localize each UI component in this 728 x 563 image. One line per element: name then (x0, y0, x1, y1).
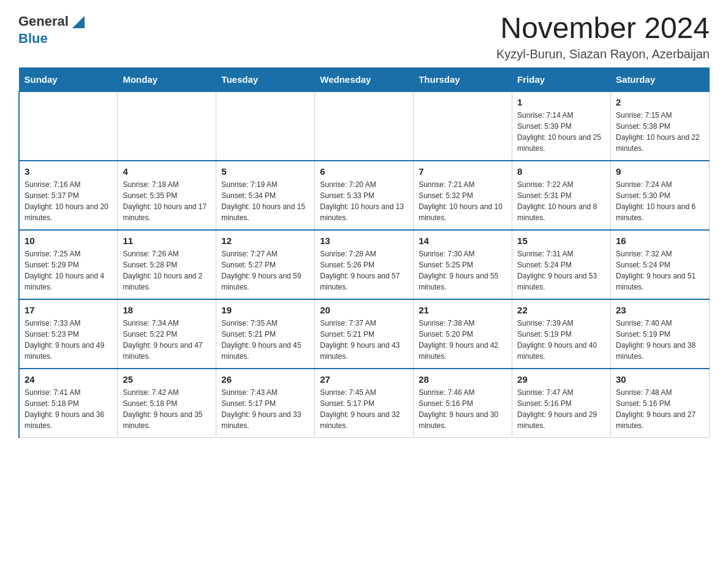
day-info: Sunrise: 7:14 AMSunset: 5:39 PMDaylight:… (517, 110, 605, 154)
day-cell (315, 91, 414, 161)
header-day-sunday: Sunday (19, 67, 118, 91)
day-number: 19 (221, 305, 309, 315)
day-info: Sunrise: 7:35 AMSunset: 5:21 PMDaylight:… (221, 318, 309, 362)
day-cell: 24Sunrise: 7:41 AMSunset: 5:18 PMDayligh… (19, 369, 118, 438)
day-number: 14 (419, 236, 507, 246)
day-cell: 30Sunrise: 7:48 AMSunset: 5:16 PMDayligh… (611, 369, 710, 438)
week-row-1: 1Sunrise: 7:14 AMSunset: 5:39 PMDaylight… (19, 91, 710, 161)
day-cell: 20Sunrise: 7:37 AMSunset: 5:21 PMDayligh… (315, 299, 414, 369)
day-info: Sunrise: 7:28 AMSunset: 5:26 PMDaylight:… (320, 248, 408, 293)
day-number: 23 (616, 305, 704, 315)
header-row: SundayMondayTuesdayWednesdayThursdayFrid… (19, 67, 710, 91)
day-number: 4 (123, 166, 211, 177)
day-info: Sunrise: 7:34 AMSunset: 5:22 PMDaylight:… (123, 318, 211, 362)
day-number: 3 (25, 166, 112, 177)
day-number: 24 (25, 374, 112, 385)
day-info: Sunrise: 7:26 AMSunset: 5:28 PMDaylight:… (123, 248, 211, 293)
day-cell (216, 91, 315, 161)
day-info: Sunrise: 7:19 AMSunset: 5:34 PMDaylight:… (221, 179, 309, 223)
day-info: Sunrise: 7:30 AMSunset: 5:25 PMDaylight:… (419, 248, 507, 293)
day-info: Sunrise: 7:38 AMSunset: 5:20 PMDaylight:… (419, 318, 507, 362)
day-info: Sunrise: 7:32 AMSunset: 5:24 PMDaylight:… (616, 248, 704, 293)
day-number: 10 (25, 236, 112, 246)
header-day-saturday: Saturday (611, 67, 710, 91)
day-number: 25 (123, 374, 211, 385)
day-number: 17 (25, 305, 112, 315)
week-row-2: 3Sunrise: 7:16 AMSunset: 5:37 PMDaylight… (19, 161, 710, 230)
day-number: 7 (419, 166, 507, 177)
day-info: Sunrise: 7:22 AMSunset: 5:31 PMDaylight:… (517, 179, 605, 223)
day-info: Sunrise: 7:42 AMSunset: 5:18 PMDaylight:… (123, 387, 211, 431)
day-info: Sunrise: 7:27 AMSunset: 5:27 PMDaylight:… (221, 248, 309, 293)
title-block: November 2024 Kyzyl-Burun, Siazan Rayon,… (496, 12, 710, 61)
day-cell: 21Sunrise: 7:38 AMSunset: 5:20 PMDayligh… (414, 299, 512, 369)
day-number: 15 (517, 236, 605, 246)
day-number: 29 (517, 374, 605, 385)
day-info: Sunrise: 7:47 AMSunset: 5:16 PMDaylight:… (517, 387, 605, 431)
day-number: 6 (320, 166, 408, 177)
logo-blue-text: Blue (18, 31, 48, 47)
header-day-monday: Monday (118, 67, 216, 91)
day-number: 30 (616, 374, 704, 385)
header-day-tuesday: Tuesday (216, 67, 315, 91)
day-info: Sunrise: 7:24 AMSunset: 5:30 PMDaylight:… (616, 179, 704, 223)
day-info: Sunrise: 7:43 AMSunset: 5:17 PMDaylight:… (221, 387, 309, 431)
logo-triangle-icon (70, 13, 87, 31)
day-info: Sunrise: 7:45 AMSunset: 5:17 PMDaylight:… (320, 387, 408, 431)
day-cell (414, 91, 512, 161)
calendar-header: SundayMondayTuesdayWednesdayThursdayFrid… (19, 67, 710, 91)
week-row-3: 10Sunrise: 7:25 AMSunset: 5:29 PMDayligh… (19, 230, 710, 299)
day-number: 18 (123, 305, 211, 315)
day-cell: 9Sunrise: 7:24 AMSunset: 5:30 PMDaylight… (611, 161, 710, 230)
day-number: 28 (419, 374, 507, 385)
day-info: Sunrise: 7:33 AMSunset: 5:23 PMDaylight:… (25, 318, 112, 362)
day-cell: 15Sunrise: 7:31 AMSunset: 5:24 PMDayligh… (512, 230, 611, 299)
day-cell: 8Sunrise: 7:22 AMSunset: 5:31 PMDaylight… (512, 161, 611, 230)
day-number: 11 (123, 236, 211, 246)
day-info: Sunrise: 7:48 AMSunset: 5:16 PMDaylight:… (616, 387, 704, 431)
week-row-5: 24Sunrise: 7:41 AMSunset: 5:18 PMDayligh… (19, 369, 710, 438)
day-number: 21 (419, 305, 507, 315)
day-number: 5 (221, 166, 309, 177)
day-cell: 22Sunrise: 7:39 AMSunset: 5:19 PMDayligh… (512, 299, 611, 369)
day-cell: 3Sunrise: 7:16 AMSunset: 5:37 PMDaylight… (19, 161, 118, 230)
day-cell: 17Sunrise: 7:33 AMSunset: 5:23 PMDayligh… (19, 299, 118, 369)
day-info: Sunrise: 7:25 AMSunset: 5:29 PMDaylight:… (25, 248, 112, 293)
location-title: Kyzyl-Burun, Siazan Rayon, Azerbaijan (496, 47, 710, 61)
day-cell: 14Sunrise: 7:30 AMSunset: 5:25 PMDayligh… (414, 230, 512, 299)
day-cell: 13Sunrise: 7:28 AMSunset: 5:26 PMDayligh… (315, 230, 414, 299)
day-cell: 23Sunrise: 7:40 AMSunset: 5:19 PMDayligh… (611, 299, 710, 369)
day-cell: 29Sunrise: 7:47 AMSunset: 5:16 PMDayligh… (512, 369, 611, 438)
day-cell: 16Sunrise: 7:32 AMSunset: 5:24 PMDayligh… (611, 230, 710, 299)
day-cell: 7Sunrise: 7:21 AMSunset: 5:32 PMDaylight… (414, 161, 512, 230)
day-info: Sunrise: 7:20 AMSunset: 5:33 PMDaylight:… (320, 179, 408, 223)
day-info: Sunrise: 7:37 AMSunset: 5:21 PMDaylight:… (320, 318, 408, 362)
day-cell: 11Sunrise: 7:26 AMSunset: 5:28 PMDayligh… (118, 230, 216, 299)
day-number: 22 (517, 305, 605, 315)
day-cell: 26Sunrise: 7:43 AMSunset: 5:17 PMDayligh… (216, 369, 315, 438)
header-day-wednesday: Wednesday (315, 67, 414, 91)
day-number: 13 (320, 236, 408, 246)
day-cell: 12Sunrise: 7:27 AMSunset: 5:27 PMDayligh… (216, 230, 315, 299)
day-cell: 1Sunrise: 7:14 AMSunset: 5:39 PMDaylight… (512, 91, 611, 161)
day-info: Sunrise: 7:39 AMSunset: 5:19 PMDaylight:… (517, 318, 605, 362)
day-number: 8 (517, 166, 605, 177)
logo-general-text: General (18, 13, 69, 29)
day-info: Sunrise: 7:40 AMSunset: 5:19 PMDaylight:… (616, 318, 704, 362)
day-cell: 2Sunrise: 7:15 AMSunset: 5:38 PMDaylight… (611, 91, 710, 161)
day-info: Sunrise: 7:18 AMSunset: 5:35 PMDaylight:… (123, 179, 211, 223)
day-cell: 25Sunrise: 7:42 AMSunset: 5:18 PMDayligh… (118, 369, 216, 438)
header-day-friday: Friday (512, 67, 611, 91)
day-number: 26 (221, 374, 309, 385)
day-cell: 19Sunrise: 7:35 AMSunset: 5:21 PMDayligh… (216, 299, 315, 369)
svg-marker-0 (72, 16, 85, 28)
day-cell: 5Sunrise: 7:19 AMSunset: 5:34 PMDaylight… (216, 161, 315, 230)
day-cell: 6Sunrise: 7:20 AMSunset: 5:33 PMDaylight… (315, 161, 414, 230)
day-cell (19, 91, 118, 161)
logo: General Blue (18, 12, 87, 47)
day-number: 2 (616, 97, 704, 107)
day-info: Sunrise: 7:31 AMSunset: 5:24 PMDaylight:… (517, 248, 605, 293)
day-info: Sunrise: 7:15 AMSunset: 5:38 PMDaylight:… (616, 110, 704, 154)
day-info: Sunrise: 7:16 AMSunset: 5:37 PMDaylight:… (25, 179, 112, 223)
day-info: Sunrise: 7:46 AMSunset: 5:16 PMDaylight:… (419, 387, 507, 431)
